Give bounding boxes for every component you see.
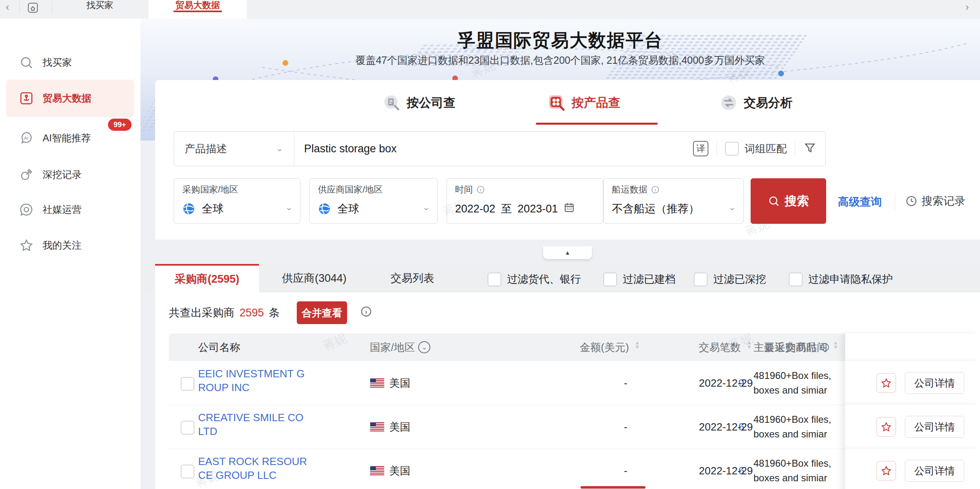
main-products: 481960+Box files, boxes and simiar bbox=[753, 456, 831, 485]
favorite-star-button[interactable] bbox=[876, 461, 896, 480]
sidebar-item-trade-bigdata[interactable]: 贸易大数据 bbox=[6, 80, 134, 117]
results-summary: 共查出采购商 2595 条 合并查看 bbox=[169, 301, 372, 324]
favorite-star-button[interactable] bbox=[876, 373, 896, 393]
date-to: 2023-01 bbox=[518, 203, 558, 215]
advanced-query-link[interactable]: 高级查询 bbox=[838, 195, 882, 209]
search-tab-by-product[interactable]: 按产品查 bbox=[547, 92, 620, 113]
filter-label: 采购国家/地区 bbox=[182, 184, 238, 196]
sort-icon[interactable]: ▲▼ bbox=[635, 343, 640, 352]
divider bbox=[19, 0, 20, 14]
country-label: 美国 bbox=[389, 464, 410, 478]
column-transactions[interactable]: 交易笔数 ▲▼ bbox=[699, 333, 752, 361]
tab-buyers[interactable]: 采购商(2595) bbox=[155, 264, 259, 292]
search-icon bbox=[19, 55, 34, 70]
time-range-filter[interactable]: 时间 2022-02 至 2023-01 bbox=[447, 178, 603, 224]
top-tab-bar: ‹ 找买家 贸易大数据 › bbox=[0, 0, 980, 19]
company-detail-button[interactable]: 公司详情 bbox=[905, 416, 964, 438]
chevron-down-icon: ⌄ bbox=[276, 145, 283, 153]
svg-text:AI: AI bbox=[24, 136, 28, 141]
active-tab-indicator bbox=[173, 11, 222, 12]
sidebar-item-label: 贸易大数据 bbox=[43, 92, 91, 105]
sort-icon[interactable]: ▲▼ bbox=[747, 343, 752, 352]
translate-icon[interactable]: 译 bbox=[693, 141, 708, 156]
company-link[interactable]: CREATIVE SMILE CO LTD bbox=[198, 411, 311, 438]
phrase-match-checkbox[interactable] bbox=[725, 142, 739, 156]
clock-icon bbox=[905, 195, 917, 207]
search-card: 按公司查 按产品查 交易分析 bbox=[155, 80, 980, 240]
top-tab-find-buyers[interactable]: 找买家 bbox=[57, 0, 143, 19]
sidebar: 找买家 贸易大数据 AI AI智能推荐 99+ bbox=[0, 19, 140, 489]
sidebar-item-label: 我的关注 bbox=[43, 239, 82, 252]
company-search-icon bbox=[382, 93, 401, 112]
info-icon bbox=[476, 185, 485, 194]
field-type-dropdown[interactable]: 产品描述 ⌄ bbox=[174, 132, 294, 166]
merge-view-button[interactable]: 合并查看 bbox=[297, 301, 347, 324]
search-input[interactable] bbox=[294, 143, 693, 155]
filter-forwarders-checkbox[interactable]: 过滤货代、银行 bbox=[488, 272, 581, 286]
favorite-star-button[interactable] bbox=[876, 417, 896, 437]
sidebar-item-my-follows[interactable]: 我的关注 bbox=[6, 231, 134, 260]
field-type-label: 产品描述 bbox=[185, 142, 227, 156]
column-amount[interactable]: 金额(美元) ▲▼ bbox=[580, 333, 640, 361]
shipping-data-filter[interactable]: 船运数据 不含船运（推荐） ⌄ bbox=[603, 178, 744, 224]
search-bar-tools: 译 词组匹配 bbox=[693, 141, 816, 156]
amount-value: - bbox=[613, 449, 638, 489]
supplier-country-filter[interactable]: 供应商国家/地区 全球 ⌄ bbox=[309, 178, 438, 224]
results-content: 共查出采购商 2595 条 合并查看 公司名称 国家/地区 ⌄ 金额(美元) ▲… bbox=[155, 292, 980, 489]
table-row: EEIC INVESTMENT GROUP INC 美国 - 9 2022-12… bbox=[169, 361, 980, 405]
chevron-down-icon: ⌄ bbox=[423, 203, 430, 212]
table-row: EAST ROCK RESOURCE GROUP LLC 美国 - 6 2022… bbox=[169, 449, 980, 489]
column-country[interactable]: 国家/地区 ⌄ bbox=[370, 333, 430, 361]
tab-transaction-list[interactable]: 交易列表 bbox=[376, 264, 449, 292]
search-icon bbox=[768, 195, 780, 207]
sidebar-item-label: 找买家 bbox=[43, 56, 72, 69]
search-history-link[interactable]: 搜索记录 bbox=[905, 194, 965, 208]
chat-bubble-icon bbox=[19, 202, 34, 217]
sidebar-item-social-media[interactable]: 社媒运营 bbox=[6, 195, 134, 224]
sidebar-item-find-buyers[interactable]: 找买家 bbox=[6, 48, 134, 77]
date-from: 2022-02 bbox=[455, 203, 495, 215]
sort-icon[interactable]: ▲▼ bbox=[833, 343, 838, 352]
row-actions: 公司详情 bbox=[845, 449, 980, 489]
row-checkbox[interactable] bbox=[181, 465, 194, 478]
home-icon[interactable] bbox=[27, 2, 39, 17]
us-flag-icon bbox=[370, 378, 384, 388]
forward-chevron-icon[interactable]: › bbox=[965, 1, 969, 13]
company-link[interactable]: EAST ROCK RESOURCE GROUP LLC bbox=[198, 454, 311, 482]
sidebar-item-ai-recommend[interactable]: AI AI智能推荐 99+ bbox=[6, 123, 134, 153]
search-button[interactable]: 搜索 bbox=[751, 178, 826, 224]
top-tab-trade-bigdata[interactable]: 贸易大数据 bbox=[149, 0, 247, 19]
company-link[interactable]: EEIC INVESTMENT GROUP INC bbox=[198, 367, 311, 394]
analysis-icon bbox=[719, 93, 738, 112]
horizontal-scrollbar-thumb[interactable] bbox=[581, 486, 645, 489]
row-checkbox[interactable] bbox=[181, 421, 194, 435]
search-tab-label: 按公司查 bbox=[407, 95, 455, 111]
us-flag-icon bbox=[370, 422, 384, 432]
buyer-country-filter[interactable]: 采购国家/地区 全球 ⌄ bbox=[174, 178, 300, 224]
country-label: 美国 bbox=[389, 420, 410, 434]
notification-badge: 99+ bbox=[108, 119, 132, 131]
company-detail-button[interactable]: 公司详情 bbox=[905, 460, 964, 482]
column-main-products: 主要采购商品 bbox=[753, 333, 830, 361]
filter-archived-checkbox[interactable]: 过滤已建档 bbox=[603, 272, 676, 286]
divider bbox=[717, 141, 717, 156]
sidebar-item-deepdig-records[interactable]: 深挖记录 bbox=[6, 160, 134, 189]
search-tab-by-company[interactable]: 按公司查 bbox=[382, 92, 455, 113]
divider bbox=[795, 141, 795, 156]
tab-suppliers[interactable]: 供应商(3044) bbox=[262, 264, 366, 292]
column-company-name: 公司名称 bbox=[198, 333, 240, 361]
info-icon[interactable] bbox=[820, 342, 830, 352]
filter-privacy-checkbox[interactable]: 过滤申请隐私保护 bbox=[789, 272, 893, 286]
back-chevron-icon[interactable]: ‹ bbox=[6, 1, 9, 13]
row-checkbox[interactable] bbox=[181, 377, 194, 391]
collapse-panel-button[interactable]: ▲ bbox=[543, 246, 592, 259]
amount-value: - bbox=[613, 405, 638, 449]
active-search-tab-underline bbox=[536, 123, 658, 125]
company-detail-button[interactable]: 公司详情 bbox=[905, 372, 964, 394]
info-icon[interactable] bbox=[360, 305, 372, 320]
filter-funnel-icon[interactable] bbox=[803, 141, 816, 156]
search-tab-trade-analysis[interactable]: 交易分析 bbox=[719, 92, 792, 113]
filter-deepdug-checkbox[interactable]: 过滤已深挖 bbox=[694, 272, 766, 286]
divider bbox=[895, 193, 895, 209]
table-header: 公司名称 国家/地区 ⌄ 金额(美元) ▲▼ 交易笔数 ▲▼ 最近交易时间 ▲▼ bbox=[169, 333, 845, 361]
